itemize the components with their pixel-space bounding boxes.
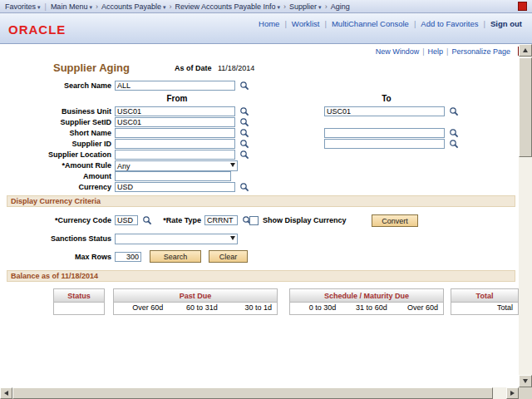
scroll-down-button[interactable] [519,375,532,387]
lookup-icon[interactable] [142,215,152,225]
breadcrumb-review-ap-info[interactable]: Review Accounts Payable Info [173,2,282,11]
as-of-date-label: As of Date [175,64,212,72]
help-link[interactable]: Help [425,47,447,56]
supplier-location-input[interactable] [115,150,235,160]
breadcrumb-favorites[interactable]: Favorites [3,2,42,11]
convert-button[interactable]: Convert [372,214,418,227]
clear-button[interactable]: Clear [209,250,248,263]
worklist-link[interactable]: Worklist [287,19,325,28]
sign-out-link[interactable]: Sign out [485,19,527,28]
scroll-up-button[interactable] [519,44,532,57]
breadcrumb-main-menu[interactable]: Main Menu [49,2,94,11]
lookup-icon[interactable] [239,182,249,192]
scroll-right-button[interactable] [506,387,519,399]
horizontal-scrollbar[interactable] [0,387,519,399]
display-currency-criteria-header[interactable]: Display Currency Criteria [7,195,515,207]
home-link[interactable]: Home [254,19,284,28]
search-button[interactable]: Search [150,250,201,263]
grid-group-total: Total Total [451,288,519,315]
amount-input[interactable] [115,171,231,181]
currency-input[interactable] [115,182,235,192]
supplier-setid-input[interactable] [115,117,235,127]
currency-label: Currency [0,183,111,191]
show-display-currency-checkbox[interactable] [249,216,259,225]
breadcrumb-separator [323,2,329,11]
right-arrow-icon [510,391,517,396]
rate-type-label: *Rate Type [151,216,201,224]
dropdown-arrow-icon [230,236,235,243]
up-arrow-icon [523,46,528,52]
add-to-favorites-link[interactable]: Add to Favorites [416,19,483,28]
short-name-label: Short Name [0,129,111,137]
supplier-id-to-input[interactable] [324,139,445,149]
sanctions-status-select[interactable] [115,234,238,244]
business-unit-from-input[interactable] [115,106,235,116]
grid-col-over-60d-future: Over 60d [392,303,443,314]
grid-group-schedule-maturity: Schedule / Maturity Due 0 to 30d 31 to 6… [289,288,444,315]
supplier-id-row: Supplier ID [0,139,515,150]
amount-row: Amount [0,171,515,182]
business-unit-label: Business Unit [0,107,111,116]
currency-code-label: *Currency Code [0,216,111,224]
max-rows-label: Max Rows [0,253,111,261]
grid-group-status: Status [53,288,105,315]
supplier-setid-label: Supplier SetID [0,118,111,126]
lookup-icon[interactable] [239,117,249,127]
search-name-label: Search Name [0,81,111,90]
short-name-to-input[interactable] [324,128,445,138]
scroll-left-button[interactable] [0,387,12,399]
lookup-icon[interactable] [449,128,459,138]
grid-header-schedule-maturity: Schedule / Maturity Due [290,289,443,303]
new-window-link[interactable]: New Window [372,47,423,56]
supplier-id-from-input[interactable] [115,139,235,149]
lookup-icon[interactable] [449,139,459,149]
nav-red-icon[interactable] [518,2,527,11]
down-arrow-icon [523,379,528,386]
supplier-id-label: Supplier ID [0,140,111,148]
grid-col-30-to-1d: 30 to 1d [223,303,277,314]
max-rows-input[interactable] [115,252,141,262]
grid-col-0-to-30d: 0 to 30d [290,303,341,314]
grid-col-31-to-60d: 31 to 60d [341,303,392,314]
short-name-row: Short Name [0,128,515,139]
business-unit-row: Business Unit [0,106,515,117]
scrollbar-corner [519,387,532,399]
breadcrumb-separator [94,2,100,11]
breadcrumb-accounts-payable[interactable]: Accounts Payable [100,2,168,11]
to-column-header: To [324,94,449,103]
breadcrumb-supplier[interactable]: Supplier [288,2,323,11]
supplier-setid-row: Supplier SetID [0,117,515,128]
vertical-scroll-thumb[interactable] [519,57,532,157]
oracle-logo: ORACLE [8,22,66,37]
breadcrumb-separator [167,2,173,11]
lookup-icon[interactable] [239,150,249,160]
amount-rule-value: Any [117,162,131,170]
lookup-icon[interactable] [449,106,459,116]
from-column-header: From [115,94,239,103]
breadcrumb-separator [282,2,288,11]
rate-type-input[interactable] [204,215,238,225]
show-display-currency-label: Show Display Currency [263,216,347,224]
header-links: Home Worklist MultiChannel Console Add t… [254,19,527,28]
personalize-page-link[interactable]: Personalize Page [448,47,514,56]
amount-label: Amount [0,172,111,180]
short-name-from-input[interactable] [115,128,235,138]
app-header: ORACLE Home Worklist MultiChannel Consol… [0,13,532,44]
currency-code-input[interactable] [115,215,138,225]
lookup-icon[interactable] [239,81,249,91]
multichannel-console-link[interactable]: MultiChannel Console [327,19,414,28]
lookup-icon[interactable] [239,106,249,116]
vertical-scrollbar[interactable] [519,44,532,387]
lookup-icon[interactable] [239,139,249,149]
lookup-icon[interactable] [239,128,249,138]
balance-section-header[interactable]: Balance as of 11/18/2014 [7,270,515,282]
search-name-input[interactable] [115,81,235,91]
sanctions-status-label: Sanctions Status [0,234,111,243]
breadcrumb-aging: Aging [329,2,352,11]
business-unit-to-input[interactable] [324,106,445,116]
grid-subheader-status [54,303,104,314]
amount-rule-select[interactable]: Any [115,160,238,171]
horizontal-scroll-thumb[interactable] [12,387,493,399]
grid-subheader-schedule-maturity: 0 to 30d 31 to 60d Over 60d [290,303,443,314]
dropdown-arrow-icon [230,163,235,170]
